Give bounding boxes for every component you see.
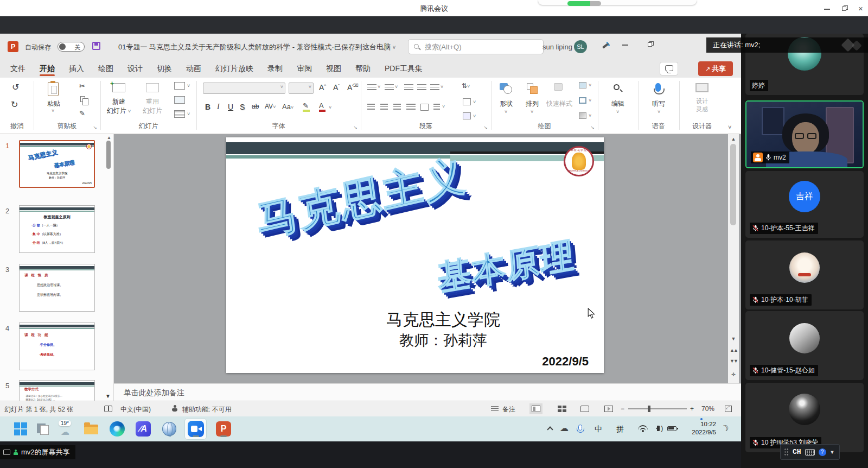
align-left-icon[interactable] [367, 104, 375, 111]
undo-icon[interactable]: ↺ [12, 82, 19, 92]
battery-icon[interactable] [667, 426, 676, 431]
shapes-chevron-icon[interactable]: ˅ [505, 109, 507, 115]
align-right-icon[interactable] [393, 104, 401, 111]
participant-tile-hufei[interactable]: 10-护本-10-胡菲 [745, 241, 864, 309]
clipboard-dialog-launcher[interactable]: ↘ [93, 125, 97, 130]
shape-outline-icon[interactable] [579, 97, 586, 104]
section-icon[interactable] [174, 110, 185, 118]
reading-view-icon[interactable] [580, 406, 589, 412]
slideshow-view-icon[interactable] [604, 406, 613, 412]
font-dialog-launcher[interactable]: ↘ [353, 125, 358, 130]
ime-options-icon[interactable]: ▼ [830, 450, 835, 455]
title-chevron-icon[interactable]: ˅ [393, 45, 396, 50]
bullets-icon[interactable] [367, 84, 376, 91]
font-size-combo[interactable] [289, 83, 314, 94]
line-spacing-chevron-icon[interactable]: ˅ [441, 84, 443, 90]
slide-canvas[interactable]: 攀枝花学院 PANZHIHUA UNIVERSITY 马克思主义 基本原理 马克… [226, 137, 604, 373]
columns-chevron-icon[interactable]: ˅ [442, 104, 445, 109]
line-spacing-icon[interactable] [430, 84, 439, 91]
ime-help-icon[interactable]: ? [819, 448, 826, 456]
powerpoint-taskbar-icon[interactable]: P [215, 420, 232, 438]
next-slide-icon[interactable]: ▼▼ [728, 359, 739, 363]
meeting-status-pill[interactable] [567, 1, 601, 6]
reset-icon[interactable] [174, 96, 185, 104]
zoom-out-button[interactable]: − [621, 405, 624, 413]
copy-icon[interactable] [80, 96, 85, 102]
avatar[interactable]: SL [574, 40, 587, 53]
new-slide-button[interactable]: 新建幻灯片 ˅ [104, 97, 134, 116]
minimize-button[interactable] [824, 5, 831, 12]
zoom-slider[interactable] [628, 408, 687, 409]
ime-keyboard-icon[interactable] [805, 449, 815, 456]
shape-fill-icon[interactable] [579, 82, 586, 88]
previous-slide-icon[interactable]: ▲▲ [728, 348, 739, 352]
quick-styles-button[interactable]: 快速样式 [544, 99, 575, 109]
volume-icon[interactable] [653, 426, 660, 431]
ppt-restore-button[interactable] [647, 41, 654, 48]
shape-outline-chevron-icon[interactable]: ˅ [589, 98, 591, 103]
tab-insert[interactable]: 插入 [62, 60, 91, 77]
task-view-icon[interactable] [35, 420, 52, 438]
reuse-slides-button[interactable]: 重用幻灯片 [137, 97, 168, 116]
editing-chevron-icon[interactable]: ˅ [616, 109, 619, 115]
dictate-chevron-icon[interactable]: ˅ [658, 109, 660, 115]
weather-widget[interactable]: 19° ☁ [58, 420, 75, 438]
start-button[interactable] [12, 420, 29, 438]
close-button[interactable]: × [858, 5, 866, 12]
drawing-dialog-launcher[interactable]: ↘ [590, 125, 595, 130]
tab-slideshow[interactable]: 幻灯片放映 [208, 60, 260, 77]
app-a-icon[interactable]: ∕A [135, 420, 152, 438]
floating-toolbar[interactable] [538, 0, 697, 5]
slide-date-text[interactable]: 2022/9/5 [542, 355, 589, 369]
search-input[interactable] [425, 42, 533, 52]
ime-chinese-indicator[interactable]: 中 [595, 425, 602, 434]
format-painter-icon[interactable]: ✎ [79, 109, 85, 117]
thumb-scroll-up-icon[interactable]: ▲ [107, 135, 111, 140]
slide-thumbnail-2[interactable]: 教室就座之原则 ·分 散（一人一隅） ·集 中（以屏幕为准） ·分 组（8人，前… [19, 205, 95, 253]
thumb-scroll-down-icon[interactable]: ▼ [105, 393, 111, 399]
tab-pdf-tools[interactable]: PDF工具集 [378, 60, 430, 77]
quick-styles-icon[interactable] [554, 83, 563, 91]
dictate-button[interactable]: 听写 [645, 99, 672, 109]
arrange-button[interactable]: 排列 [519, 99, 545, 109]
smartart-chevron-icon[interactable]: ˅ [473, 113, 476, 119]
strikethrough-button[interactable]: ab [252, 103, 259, 110]
zoom-in-button[interactable]: + [690, 405, 694, 413]
ppt-share-button[interactable]: ↗共享 [698, 61, 733, 76]
user-name[interactable]: sun liping [542, 43, 572, 51]
accessibility-status[interactable]: 辅助功能: 不可用 [182, 405, 232, 414]
editing-button[interactable]: 编辑 [604, 99, 631, 109]
notes-placeholder[interactable]: 单击此处添加备注 [124, 388, 184, 398]
increase-indent-icon[interactable] [417, 84, 426, 91]
shapes-button[interactable]: 形状 [493, 99, 519, 109]
underline-button[interactable]: U [228, 103, 233, 111]
layout-icon[interactable] [174, 82, 185, 90]
char-spacing-button[interactable]: AV˅ [265, 103, 276, 110]
notes-pane[interactable]: 单击此处添加备注 [114, 383, 741, 401]
tab-home[interactable]: 开始 [33, 60, 62, 77]
decrease-indent-icon[interactable] [404, 84, 413, 91]
paste-chevron-icon[interactable]: ˅ [52, 108, 54, 113]
text-direction-icon[interactable]: ⇅˅ [462, 82, 470, 90]
slide-thumbnail-1[interactable]: 马克思主义 基本原理 马克思主义学院 教师：孙莉萍 2022/9/5 [19, 140, 95, 188]
cut-icon[interactable]: ✂ [79, 82, 85, 90]
tab-record[interactable]: 录制 [260, 60, 290, 77]
save-icon[interactable] [92, 42, 100, 50]
grow-font-icon[interactable]: A^ [319, 83, 326, 92]
tab-design[interactable]: 设计 [120, 60, 150, 77]
justify-icon[interactable] [406, 104, 416, 111]
shape-effects-chevron-icon[interactable]: ˅ [589, 113, 591, 118]
italic-button[interactable]: I [217, 103, 220, 111]
align-text-icon[interactable] [463, 98, 471, 105]
zoom-slider-thumb[interactable] [648, 406, 650, 412]
text-shadow-button[interactable]: S [240, 103, 245, 111]
font-color-chevron-icon[interactable]: ˅ [329, 105, 331, 110]
slide-org-text[interactable]: 马克思主义学院 [329, 309, 557, 331]
ime-language[interactable]: CH [793, 448, 801, 456]
design-ideas-icon[interactable] [695, 83, 709, 92]
arrange-icon[interactable] [527, 83, 533, 90]
tab-review[interactable]: 审阅 [290, 60, 319, 77]
shrink-font-icon[interactable]: Aˇ [333, 83, 340, 92]
bullets-chevron-icon[interactable]: ˅ [378, 84, 380, 90]
smartart-icon[interactable] [463, 112, 471, 119]
